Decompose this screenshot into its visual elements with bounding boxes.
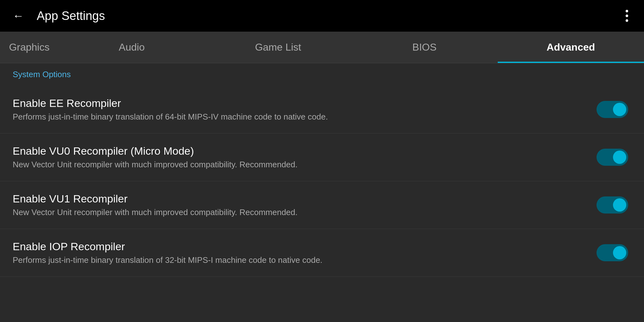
setting-vu1-recompiler-desc: New Vector Unit recompiler with much imp… — [13, 207, 578, 217]
tab-bar: Graphics Audio Game List BIOS Advanced — [0, 32, 644, 63]
more-dot-2 — [626, 15, 628, 17]
setting-ee-recompiler-text: Enable EE Recompiler Performs just-in-ti… — [13, 97, 578, 122]
tab-advanced[interactable]: Advanced — [498, 32, 644, 63]
header-left: ← App Settings — [13, 9, 105, 23]
setting-vu0-recompiler-desc: New Vector Unit recompiler with much imp… — [13, 160, 578, 170]
settings-list: Enable EE Recompiler Performs just-in-ti… — [0, 83, 644, 280]
setting-vu1-recompiler: Enable VU1 Recompiler New Vector Unit re… — [0, 181, 644, 229]
toggle-vu0-thumb — [613, 151, 626, 164]
back-button[interactable]: ← — [13, 9, 24, 22]
section-header: System Options — [0, 63, 644, 83]
toggle-vu1-recompiler[interactable] — [597, 196, 628, 214]
toggle-iop-track — [597, 244, 628, 261]
setting-vu0-recompiler: Enable VU0 Recompiler (Micro Mode) New V… — [0, 133, 644, 181]
setting-iop-recompiler-title: Enable IOP Recompiler — [13, 240, 578, 253]
setting-iop-recompiler: Enable IOP Recompiler Performs just-in-t… — [0, 229, 644, 277]
tab-bios[interactable]: BIOS — [351, 32, 497, 63]
setting-vu0-recompiler-title: Enable VU0 Recompiler (Micro Mode) — [13, 145, 578, 157]
toggle-vu1-thumb — [613, 198, 626, 212]
more-dot-3 — [626, 19, 628, 22]
more-menu-button[interactable] — [622, 7, 631, 25]
setting-vu0-recompiler-text: Enable VU0 Recompiler (Micro Mode) New V… — [13, 145, 578, 170]
toggle-ee-track — [597, 101, 628, 118]
tab-audio[interactable]: Audio — [59, 32, 205, 63]
tab-graphics[interactable]: Graphics — [0, 32, 59, 63]
setting-iop-recompiler-text: Enable IOP Recompiler Performs just-in-t… — [13, 240, 578, 265]
page-title: App Settings — [37, 9, 105, 23]
setting-ee-recompiler-title: Enable EE Recompiler — [13, 97, 578, 109]
toggle-iop-recompiler[interactable] — [597, 244, 628, 261]
setting-vu1-recompiler-title: Enable VU1 Recompiler — [13, 193, 578, 205]
setting-iop-recompiler-desc: Performs just-in-time binary translation… — [13, 255, 578, 265]
setting-ee-recompiler-desc: Performs just-in-time binary translation… — [13, 112, 578, 122]
toggle-vu0-recompiler[interactable] — [597, 149, 628, 166]
tab-game-list[interactable]: Game List — [205, 32, 351, 63]
more-dot-1 — [626, 10, 628, 12]
toggle-ee-recompiler[interactable] — [597, 101, 628, 118]
toggle-vu1-track — [597, 196, 628, 214]
toggle-iop-thumb — [613, 246, 626, 259]
setting-ee-recompiler: Enable EE Recompiler Performs just-in-ti… — [0, 86, 644, 133]
toggle-vu0-track — [597, 149, 628, 166]
app-header: ← App Settings — [0, 0, 644, 32]
setting-vu1-recompiler-text: Enable VU1 Recompiler New Vector Unit re… — [13, 193, 578, 217]
toggle-ee-thumb — [613, 103, 626, 116]
